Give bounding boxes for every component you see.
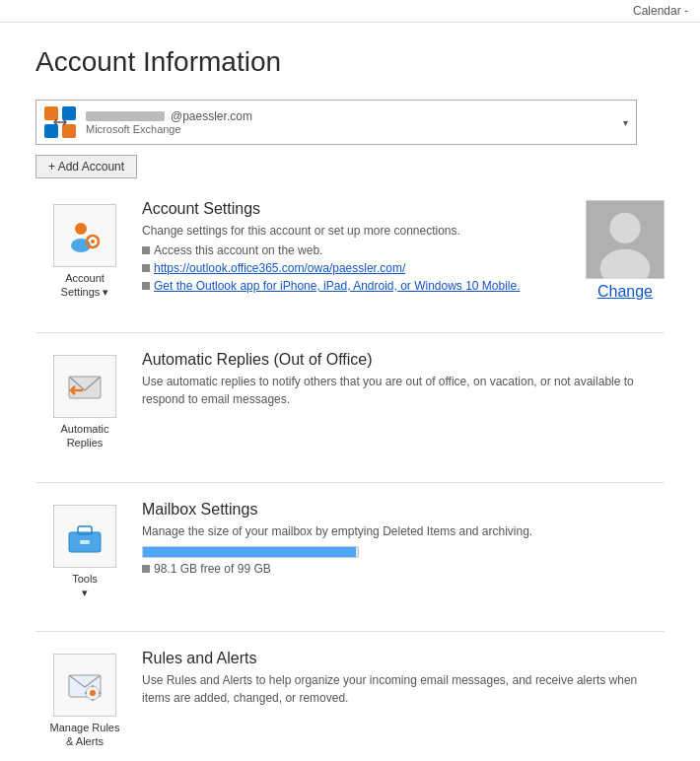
separator-1 — [35, 332, 665, 333]
mailbox-settings-icon — [53, 505, 116, 568]
rules-alerts-content: Rules and Alerts Use Rules and Alerts to… — [134, 650, 665, 707]
account-info: @paessler.com Microsoft Exchange — [86, 109, 615, 135]
rules-alerts-title: Rules and Alerts — [142, 650, 665, 667]
section-automatic-replies: AutomaticReplies Automatic Replies (Out … — [35, 351, 665, 460]
rules-alerts-label: Manage Rules& Alerts — [50, 721, 120, 749]
bullet-icon — [142, 246, 150, 254]
account-settings-label: AccountSettings ▾ — [61, 271, 109, 300]
automatic-replies-title: Automatic Replies (Out of Office) — [142, 351, 665, 369]
automatic-replies-icon — [53, 355, 116, 418]
mailbox-settings-title: Mailbox Settings — [142, 501, 665, 519]
svg-line-12 — [88, 237, 90, 239]
svg-line-15 — [88, 245, 90, 247]
mailbox-settings-label: Tools▾ — [72, 572, 98, 600]
email-redacted — [86, 111, 165, 121]
bullet-web-access: Access this account on the web. — [142, 243, 574, 257]
rules-alerts-desc: Use Rules and Alerts to help organize yo… — [142, 671, 665, 707]
svg-line-13 — [97, 245, 99, 247]
mailbox-settings-icon-box[interactable]: Tools▾ — [35, 501, 134, 600]
automatic-replies-content: Automatic Replies (Out of Office) Use au… — [134, 351, 665, 408]
svg-point-7 — [91, 240, 95, 243]
svg-rect-1 — [62, 106, 76, 120]
svg-point-17 — [609, 213, 640, 243]
top-bar: Calendar - — [0, 0, 700, 23]
account-settings-title: Account Settings — [142, 200, 574, 218]
account-settings-content: Account Settings Change settings for thi… — [134, 200, 574, 293]
progress-fill — [143, 547, 356, 557]
avatar-image — [586, 200, 665, 279]
svg-point-4 — [75, 223, 87, 235]
account-icon — [44, 106, 76, 138]
automatic-replies-icon-box[interactable]: AutomaticReplies — [35, 351, 134, 450]
svg-line-14 — [97, 237, 99, 239]
svg-rect-0 — [44, 106, 58, 120]
add-account-button[interactable]: + Add Account — [35, 155, 137, 178]
section-mailbox-settings: Tools▾ Mailbox Settings Manage the size … — [35, 501, 665, 610]
account-settings-icon — [53, 204, 116, 267]
rules-alerts-icon — [53, 654, 116, 717]
account-dropdown[interactable]: @paessler.com Microsoft Exchange ▾ — [35, 100, 637, 145]
svg-rect-2 — [44, 124, 58, 138]
avatar-area: Change — [586, 200, 665, 301]
account-settings-desc: Change settings for this account or set … — [142, 222, 574, 240]
mailbox-settings-desc: Manage the size of your mailbox by empty… — [142, 522, 665, 540]
mailbox-size-label: 98.1 GB free of 99 GB — [142, 562, 665, 576]
bullet-icon-4 — [142, 565, 150, 573]
section-account-settings: AccountSettings ▾ Account Settings Chang… — [35, 200, 665, 311]
account-settings-icon-box[interactable]: AccountSettings ▾ — [35, 200, 134, 300]
separator-3 — [35, 631, 665, 632]
separator-2 — [35, 482, 665, 483]
automatic-replies-label: AutomaticReplies — [61, 422, 109, 450]
rules-alerts-icon-box[interactable]: Manage Rules& Alerts — [35, 650, 134, 749]
chevron-down-icon: ▾ — [623, 117, 628, 128]
svg-point-25 — [90, 690, 96, 696]
bullet-mobile-link[interactable]: Get the Outlook app for iPhone, iPad, An… — [142, 279, 574, 293]
mailbox-settings-content: Mailbox Settings Manage the size of your… — [134, 501, 665, 576]
automatic-replies-desc: Use automatic replies to notify others t… — [142, 373, 665, 408]
account-email: @paessler.com — [86, 109, 615, 123]
change-photo-link[interactable]: Change — [597, 283, 653, 301]
svg-rect-3 — [62, 124, 76, 138]
svg-rect-22 — [80, 540, 90, 544]
bullet-owa-link[interactable]: https://outlook.office365.com/owa/paessl… — [142, 261, 574, 275]
email-domain: @paessler.com — [171, 109, 252, 123]
bullet-icon-3 — [142, 282, 150, 290]
top-bar-label: Calendar - — [633, 4, 688, 18]
page-title: Account Information — [35, 46, 665, 78]
main-content: Account Information @paessler.com Micros… — [0, 23, 700, 761]
section-rules-alerts: Manage Rules& Alerts Rules and Alerts Us… — [35, 650, 665, 759]
account-type: Microsoft Exchange — [86, 123, 615, 135]
bullet-icon-2 — [142, 264, 150, 272]
mailbox-progress-bar — [142, 546, 359, 558]
